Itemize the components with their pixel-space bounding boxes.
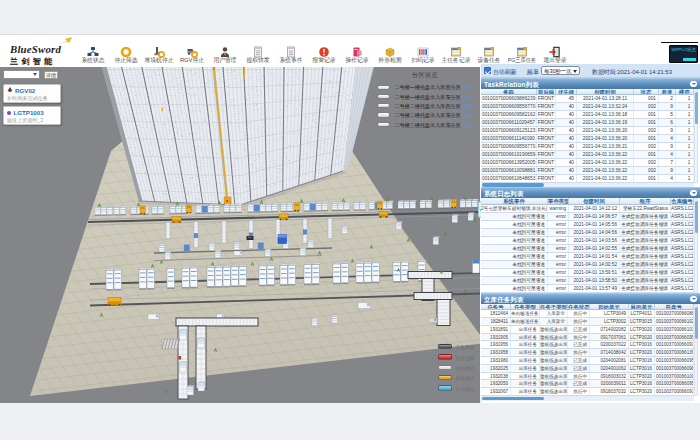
zone-toggle[interactable] [377,112,390,117]
table-row[interactable]: 未找到可用通道error2021-04-01 14:02:55生成提前调库任务错… [481,245,694,253]
toolbar-item-12[interactable]: 主任务记录 [439,44,473,64]
refresh-bar: 自动刷新 频率 每30秒一次 数据时间:2021-04-01 14:21:53 [481,64,700,78]
column-header[interactable]: 条码 [481,89,537,95]
table-row[interactable]: 00100370006609886239FRONT452021-04-01 13… [481,95,694,103]
column-header[interactable]: 巷道 [659,89,676,95]
column-header[interactable]: 系统事件 [481,198,548,204]
table-row[interactable]: 00100370006609125123FRONT402021-04-01 13… [481,127,694,135]
zone-toggle[interactable] [377,94,390,99]
column-header[interactable]: 程序 [620,198,671,204]
column-header[interactable]: 创建时间 [569,198,620,204]
detail-button[interactable]: 详情 [44,71,58,79]
column-header[interactable]: 前后端 [537,89,556,95]
device-filter-select[interactable] [3,70,40,79]
table-row[interactable]: 1812464单向输送任务入库异常执行中LCTP3049LCTP40110010… [481,310,694,318]
table-row[interactable]: 00100370006613952005FRONT402021-04-01 13… [481,159,694,167]
toolbar-item-9[interactable]: 操作记录 [340,44,374,64]
frequency-select[interactable]: 每30秒一次 [541,66,580,76]
column-header[interactable]: 状态 [634,89,659,95]
toolbar-item-3[interactable]: 堆垛机停止 [142,44,176,64]
vertical-scrollbar[interactable] [694,304,699,397]
table-row[interactable]: 1828411单向输送任务入库异常执行中LCTP3002LCTP30150010… [481,318,694,326]
zone-control-link[interactable]: 控制 [462,103,472,110]
scrollbar-thumb[interactable] [482,397,544,401]
zone-toggle[interactable] [377,122,390,127]
column-header[interactable]: 任务类型 [511,304,540,310]
zone-control-link[interactable]: 控制 [462,84,472,91]
toolbar-item-1[interactable]: 系统状态 [76,44,110,64]
alarm-card-RGV02[interactable]: RGV02长时间未完成任务 [3,84,61,103]
table-row[interactable]: 未找到可用通道error2021-04-01 14:03:56生成提前调库任务错… [481,237,694,245]
table-row[interactable]: 00100370006610098881FRONT402021-04-01 13… [481,167,694,175]
toolbar-item-15[interactable]: 退出登录 [538,44,572,64]
table-row[interactable]: 1932067出库任务整板拣选出库执行中0918037032LCTP302000… [481,388,694,396]
zone-toggle[interactable] [377,103,390,108]
vertical-scrollbar[interactable] [694,198,699,293]
table-row[interactable]: 00100370006609556770FRONT402021-04-01 13… [481,103,694,111]
table-row[interactable]: 未找到可用通道error2021-04-01 14:00:52生成提前调库任务错… [481,261,694,269]
auto-refresh-checkbox[interactable] [484,67,491,74]
table-row[interactable]: 00100370006611029457FRONT402021-04-01 13… [481,119,694,127]
section-collapse-button[interactable] [690,81,697,88]
toolbar-item-6[interactable]: 授权转发 [241,44,275,64]
toolbar-item-14[interactable]: PG三库任务 [505,44,539,64]
table-row[interactable]: 00100370006610190659FRONT402021-04-01 13… [481,151,694,159]
warehouse-3d-viewport[interactable]: 详情 RGV02长时间未完成任务LGTP1003输送上货超时_2 分区状态 二号… [0,67,480,403]
table-row[interactable]: 00100370006609556770FRONT402021-04-01 13… [481,143,694,151]
table-row[interactable]: 1931958出库任务整板拣选出库执行中0714038042LCTP302000… [481,349,694,357]
table-row[interactable]: 未找到可用通道error2021-04-01 14:01:54生成提前调库任务错… [481,253,694,261]
chevron-down-icon [573,70,577,73]
scrollbar-thumb[interactable] [695,201,698,233]
horizontal-scrollbar[interactable] [481,396,694,401]
table-row[interactable]: 未找到可用通道error2021-04-01 14:05:56生成提前调库任务错… [481,221,694,229]
table-row[interactable]: 1931980出库任务整板拣选出库已完成0204002081LCTP301600… [481,357,694,365]
table-row[interactable]: 1931891出库任务整板拣选出库已完成0714002082LCTP302000… [481,326,694,334]
vertical-scrollbar[interactable] [694,89,699,183]
table-row[interactable]: 00100370006610648653FRONT402021-04-01 13… [481,175,694,183]
column-header[interactable]: 事件类型 [548,198,569,204]
scrollbar-thumb[interactable] [695,307,698,339]
table-row[interactable]: 未找到可用通道error2021-04-01 13:57:49生成提前调库任务错… [481,285,694,293]
zone-label: 二号楼二楼托盘出入库西分区 [395,103,461,110]
scrollbar-thumb[interactable] [695,92,698,124]
column-header[interactable]: 起始单元 [590,304,629,310]
toolbar-item-7[interactable]: 系统事件 [274,44,308,64]
table-row[interactable]: 1931956出库任务整板拣选出库已完成0200037022LCTP301600… [481,341,694,349]
column-header[interactable]: 任务状态 [568,304,590,310]
table-row[interactable]: 未找到可用通道error2021-04-01 13:58:50生成提前调库任务错… [481,277,694,285]
table-row[interactable]: 1932038出库任务整板拣选出库执行中0918003032LCTP302000… [481,373,694,381]
table-row[interactable]: 1932025出库任务整板拣选出库已完成0204001062LCTP301600… [481,365,694,373]
toolbar-item-8[interactable]: 报警记录 [307,44,341,64]
toolbar-item-13[interactable]: 设备任务 [472,44,506,64]
table-row[interactable]: 1931905出库任务整板拣选出库执行中0917037061LCTP302000… [481,334,694,342]
column-header[interactable]: 目的单元 [629,304,655,310]
column-header[interactable]: 任务号 [481,304,511,310]
zone-toggle[interactable] [377,85,390,90]
toolbar-item-5[interactable]: 用户管理 [208,44,242,64]
table-row[interactable]: 1932050出库任务整板拣选出库已完成0200039011LCTP301600… [481,380,694,388]
section-collapse-button[interactable] [690,190,697,197]
table-row[interactable]: 00100370006611140190FRONT402021-04-01 13… [481,135,694,143]
table-row[interactable]: 00100370006609582162FRONT402021-04-01 13… [481,111,694,119]
toolbar-item-2[interactable]: 停止筛选 [109,44,143,64]
zone-control-link[interactable]: 控制 [462,94,472,101]
table-row[interactable]: 未找到可用通道error2021-04-01 13:59:51生成提前调库任务错… [481,269,694,277]
toolbar-item-4[interactable]: RGV停止 [175,44,209,64]
toolbar-item-11[interactable]: 扫码记录 [406,44,440,64]
column-header[interactable]: 创建时间 [577,89,634,95]
zone-control-link[interactable]: 控制 [462,112,472,119]
toolbar-item-10[interactable]: 外形检测 [373,44,407,64]
cell: 未找到可用通道 [481,237,548,244]
table-row[interactable]: 未找到可用通道error2021-04-01 14:04:56生成提前调库任务错… [481,229,694,237]
table-row[interactable]: 未找到可用通道error2021-04-01 14:06:57生成提前调库任务错… [481,213,694,221]
section-collapse-button[interactable] [690,296,697,303]
alarm-card-LGTP1003[interactable]: LGTP1003输送上货超时_2 [3,106,61,125]
column-header[interactable]: 优先级 [556,89,577,95]
column-header[interactable]: 托盘号 [655,304,694,310]
column-header[interactable]: 楼层 [676,89,694,95]
zone-control-link[interactable]: 控制 [462,122,472,129]
column-header[interactable]: 仓库编号 [671,198,694,204]
table-row[interactable]: 2号七层穿梭车超时错误,非法长度warning2021-04-01 14:12:… [481,205,694,213]
column-header[interactable]: 任务子类型 [540,304,568,310]
plc-monitor-widget[interactable]: WPPLC状态 [669,45,698,63]
